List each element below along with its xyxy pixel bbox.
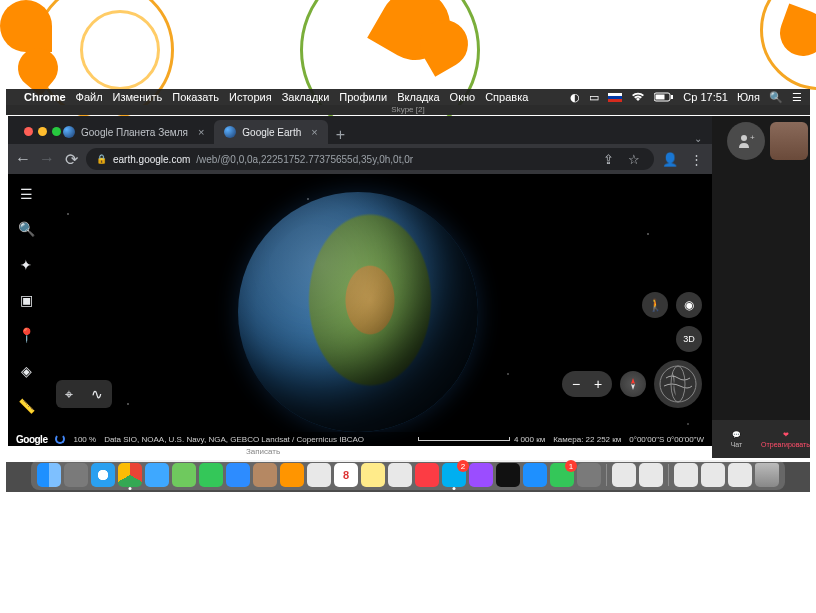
dock-item-screenshot3[interactable] [728, 463, 752, 487]
menu-window[interactable]: Окно [450, 91, 476, 103]
random-icon[interactable]: ∿ [91, 386, 103, 402]
loading-spinner-icon [55, 434, 65, 444]
search-icon[interactable]: 🔍 [16, 219, 36, 238]
compass-button[interactable] [620, 371, 646, 397]
badge: 1 [565, 460, 577, 472]
menu-history[interactable]: История [229, 91, 272, 103]
menu-profiles[interactable]: Профили [339, 91, 387, 103]
skype-call-toolbar: 💬 Чат ❤ Отреагировать [712, 420, 810, 458]
record-label: Записать [246, 447, 280, 456]
back-button[interactable]: ← [14, 150, 32, 168]
wifi-icon[interactable] [631, 92, 645, 102]
bookmark-star-icon[interactable]: ☆ [624, 149, 644, 169]
projects-icon[interactable]: ▣ [16, 290, 36, 309]
dock-item-photos[interactable] [280, 463, 304, 487]
active-app-name[interactable]: Chrome [24, 91, 66, 103]
dock-item-calendar[interactable]: 8 [334, 463, 358, 487]
dock-item-trash[interactable] [755, 463, 779, 487]
tab-strip: Google Планета Земля × Google Earth × + … [8, 116, 712, 144]
menu-help[interactable]: Справка [485, 91, 528, 103]
tab-google-earth-en[interactable]: Google Earth × [214, 120, 327, 144]
menu-edit[interactable]: Изменить [113, 91, 163, 103]
new-tab-button[interactable]: + [328, 126, 353, 144]
flag-icon[interactable] [608, 93, 622, 102]
earth-globe[interactable] [238, 192, 478, 432]
location-pin-icon[interactable]: ⌖ [65, 386, 73, 403]
menu-tab[interactable]: Вкладка [397, 91, 439, 103]
dock-item-numbers-doc[interactable] [639, 463, 663, 487]
close-window-button[interactable] [24, 127, 33, 136]
spotlight-icon[interactable]: 🔍 [769, 91, 783, 104]
dock-item-safari[interactable] [91, 463, 115, 487]
ruler-icon[interactable]: 📏 [16, 397, 36, 416]
dock-item-launchpad[interactable] [64, 463, 88, 487]
do-not-disturb-icon[interactable]: ◐ [570, 91, 580, 104]
close-tab-icon[interactable]: × [311, 126, 317, 138]
tab-google-earth-ru[interactable]: Google Планета Земля × [53, 120, 214, 144]
forward-button: → [38, 150, 56, 168]
control-center-icon[interactable]: ☰ [792, 91, 802, 104]
layers-icon[interactable]: ◈ [16, 361, 36, 380]
menu-file[interactable]: Файл [76, 91, 103, 103]
user-name[interactable]: Юля [737, 91, 760, 103]
reload-button[interactable]: ⟳ [62, 150, 80, 168]
3d-toggle-button[interactable]: 3D [676, 326, 702, 352]
zoom-out-button[interactable]: − [566, 374, 586, 394]
pegman-button[interactable]: 🚶 [642, 292, 668, 318]
dock-item-finder[interactable] [37, 463, 61, 487]
load-progress: 100 % [73, 435, 96, 444]
skype-call-panel: + [712, 116, 810, 446]
dock-item-notes[interactable] [361, 463, 385, 487]
minimize-window-button[interactable] [38, 127, 47, 136]
dock-item-pages-doc[interactable] [612, 463, 636, 487]
react-button[interactable]: ❤ Отреагировать [761, 420, 810, 458]
share-icon[interactable]: ⇪ [598, 149, 618, 169]
dock-item-maps[interactable] [172, 463, 196, 487]
svg-marker-3 [631, 378, 635, 384]
voyager-wheel-icon[interactable]: ✦ [16, 255, 36, 274]
zoom-in-button[interactable]: + [588, 374, 608, 394]
dock-item-music[interactable] [415, 463, 439, 487]
dock-item-reminders[interactable] [307, 463, 331, 487]
lock-icon[interactable]: 🔒 [96, 154, 107, 164]
window-traffic-lights [16, 124, 61, 138]
dock-item-contacts[interactable] [253, 463, 277, 487]
chrome-menu-icon[interactable]: ⋮ [686, 149, 706, 169]
svg-point-5 [660, 366, 696, 402]
dock-item-appletv[interactable] [496, 463, 520, 487]
dock-item-skype[interactable]: 2 [442, 463, 466, 487]
menu-icon[interactable]: ☰ [16, 184, 36, 203]
menu-view[interactable]: Показать [172, 91, 219, 103]
address-bar[interactable]: 🔒 earth.google.com/web/@0,0,0a,22251752.… [86, 148, 654, 170]
dock-item-podcasts[interactable] [469, 463, 493, 487]
earth-nav-controls: 🚶 ◉ 3D − + [562, 292, 702, 408]
battery-icon[interactable] [654, 92, 674, 102]
dock-item-messages[interactable] [199, 463, 223, 487]
dock-item-screenshot2[interactable] [701, 463, 725, 487]
badge: 2 [457, 460, 469, 472]
dock-item-chrome[interactable] [118, 463, 142, 487]
dock-item-screenshot1[interactable] [674, 463, 698, 487]
look-around-button[interactable]: ◉ [676, 292, 702, 318]
chat-button[interactable]: 💬 Чат [712, 420, 761, 458]
dock: 821 [31, 460, 785, 490]
tab-search-button[interactable]: ⌄ [694, 133, 702, 144]
menu-bookmarks[interactable]: Закладки [282, 91, 330, 103]
dock-item-mail[interactable] [145, 463, 169, 487]
dock-item-zoom[interactable] [226, 463, 250, 487]
overview-globe[interactable] [654, 360, 702, 408]
google-earth-viewport[interactable]: ☰ 🔍 ✦ ▣ 📍 ◈ 📏 ⌖ ∿ 🚶 ◉ 3D − + [8, 174, 712, 446]
dock-item-facetime[interactable]: 1 [550, 463, 574, 487]
dock-item-appstore[interactable] [523, 463, 547, 487]
clock[interactable]: Ср 17:51 [683, 91, 728, 103]
svg-rect-2 [671, 95, 673, 99]
add-participant-button[interactable]: + [727, 122, 765, 160]
profile-avatar-icon[interactable]: 👤 [660, 149, 680, 169]
fullscreen-window-button[interactable] [52, 127, 61, 136]
saved-pin-icon[interactable]: 📍 [16, 326, 36, 345]
close-tab-icon[interactable]: × [198, 126, 204, 138]
dock-item-preview[interactable] [388, 463, 412, 487]
dock-item-photobooth[interactable] [577, 463, 601, 487]
screen-mirroring-icon[interactable]: ▭ [589, 91, 599, 104]
participant-video-thumbnail[interactable] [770, 122, 808, 160]
